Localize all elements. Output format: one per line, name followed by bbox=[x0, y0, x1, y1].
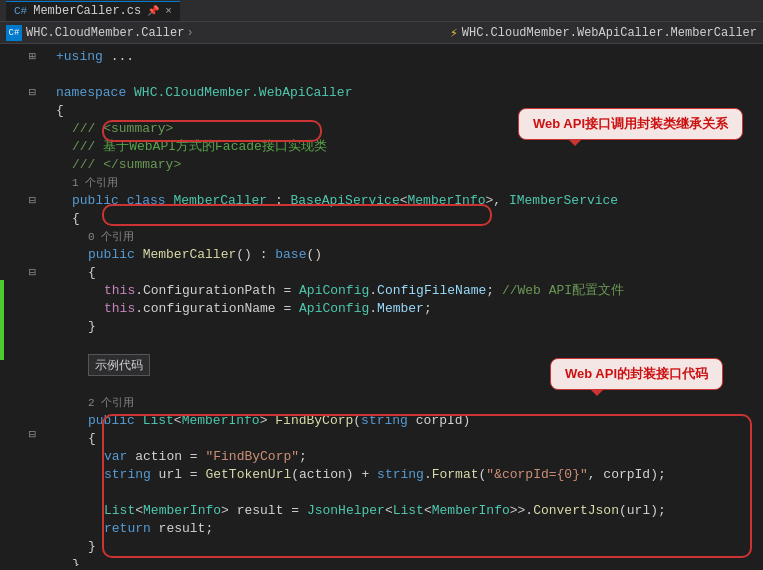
breadcrumb-right-icon: ⚡ bbox=[450, 25, 458, 41]
line-brace3: { bbox=[56, 264, 763, 282]
tab-pin-icon: 📌 bbox=[147, 5, 159, 17]
cs-file-icon: C# bbox=[14, 5, 27, 17]
line-numbers: ⊞ ⊟ ⊟ ⊟ bbox=[0, 48, 48, 566]
line-ctor-decl: public MemberCaller() : base() bbox=[56, 246, 763, 264]
line-config1: this.ConfigurationPath = ApiConfig.Confi… bbox=[56, 282, 763, 300]
line-return: return result; bbox=[56, 520, 763, 538]
code-editor: ⊞ ⊟ ⊟ ⊟ bbox=[0, 44, 763, 570]
line-brace7: } bbox=[56, 556, 763, 566]
bubble-inheritance: Web API接口调用封装类继承关系 bbox=[518, 108, 743, 140]
breadcrumb-left-text[interactable]: WHC.CloudMember.Caller bbox=[26, 26, 184, 40]
breadcrumb-bar: C# WHC.CloudMember.Caller › ⚡ WHC.CloudM… bbox=[0, 22, 763, 44]
breadcrumb-left-icon: C# bbox=[6, 25, 22, 41]
file-tab[interactable]: C# MemberCaller.cs 📌 × bbox=[6, 1, 180, 21]
line-brace2: { bbox=[56, 210, 763, 228]
code-content[interactable]: Web API接口调用封装类继承关系 Web API的封装接口代码 +using… bbox=[48, 48, 763, 566]
line-brace5: { bbox=[56, 430, 763, 448]
breadcrumb-right-text[interactable]: WHC.CloudMember.WebApiCaller.MemberCalle… bbox=[462, 26, 757, 40]
line-summary3: /// </summary> bbox=[56, 156, 763, 174]
line-using: +using ... bbox=[56, 48, 763, 66]
line-url-var: string url = GetTokenUrl(action) + strin… bbox=[56, 466, 763, 484]
line-ref3: 2 个引用 bbox=[56, 394, 763, 412]
tab-filename: MemberCaller.cs bbox=[33, 4, 141, 18]
example-code-badge: 示例代码 bbox=[88, 354, 150, 376]
line-blank1 bbox=[56, 66, 763, 84]
tab-close-button[interactable]: × bbox=[165, 5, 172, 17]
line-blank2 bbox=[56, 336, 763, 354]
breadcrumb-right: ⚡ WHC.CloudMember.WebApiCaller.MemberCal… bbox=[450, 25, 757, 41]
line-ref1: 1 个引用 bbox=[56, 174, 763, 192]
line-brace4: } bbox=[56, 318, 763, 336]
breadcrumb-separator: › bbox=[186, 26, 193, 40]
line-namespace: namespace WHC.CloudMember.WebApiCaller bbox=[56, 84, 763, 102]
line-ref2: 0 个引用 bbox=[56, 228, 763, 246]
line-brace6: } bbox=[56, 538, 763, 556]
line-action-var: var action = "FindByCorp"; bbox=[56, 448, 763, 466]
line-summary2: /// 基于WebAPI方式的Facade接口实现类 bbox=[56, 138, 763, 156]
line-blank4 bbox=[56, 484, 763, 502]
line-result-var: List<MemberInfo> result = JsonHelper<Lis… bbox=[56, 502, 763, 520]
ide-window: C# MemberCaller.cs 📌 × C# WHC.CloudMembe… bbox=[0, 0, 763, 570]
line-method-decl: public List<MemberInfo> FindByCorp(strin… bbox=[56, 412, 763, 430]
bubble-api-code: Web API的封装接口代码 bbox=[550, 358, 723, 390]
line-class-decl: public class MemberCaller : BaseApiServi… bbox=[56, 192, 763, 210]
line-config2: this.configurationName = ApiConfig.Membe… bbox=[56, 300, 763, 318]
title-bar: C# MemberCaller.cs 📌 × bbox=[0, 0, 763, 22]
